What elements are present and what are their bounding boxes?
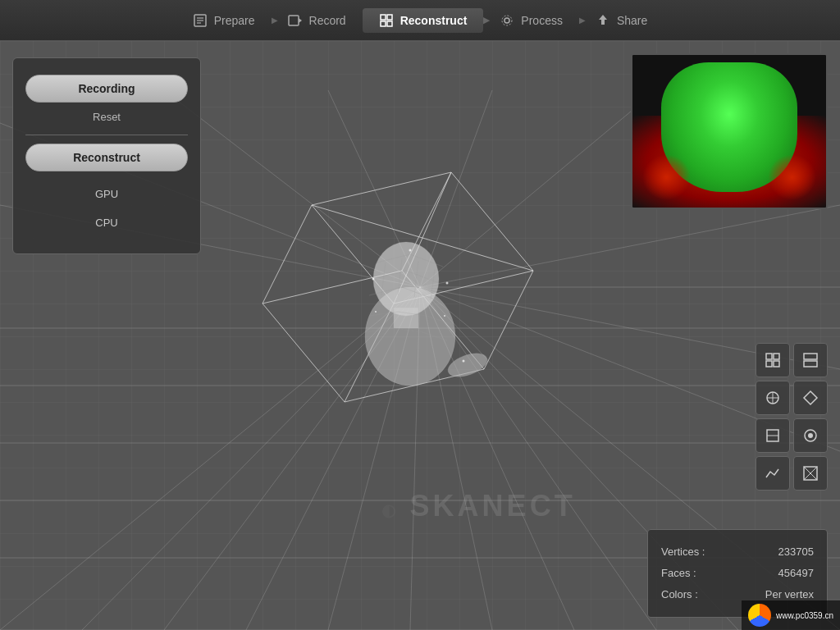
svg-point-11 — [502, 16, 512, 25]
svg-rect-8 — [381, 21, 386, 26]
view-icon-4 — [802, 390, 819, 406]
svg-rect-62 — [804, 354, 817, 359]
svg-rect-6 — [381, 15, 386, 20]
toolbar-btn-5[interactable] — [756, 418, 790, 453]
svg-rect-4 — [289, 16, 299, 25]
vertices-value: 233705 — [778, 541, 814, 563]
svg-rect-9 — [387, 21, 392, 26]
process-icon — [500, 13, 514, 28]
red-left — [642, 154, 691, 200]
svg-rect-50 — [394, 308, 418, 328]
reset-label[interactable]: Reset — [25, 111, 188, 123]
svg-rect-58 — [766, 354, 772, 359]
left-panel: Recording Reset Reconstruct GPU CPU — [12, 57, 201, 254]
right-toolbar — [756, 343, 828, 491]
svg-point-55 — [375, 311, 377, 313]
prepare-icon — [193, 13, 208, 28]
svg-point-53 — [446, 282, 449, 285]
toolbar-btn-4[interactable] — [793, 381, 828, 415]
svg-rect-61 — [774, 361, 779, 367]
nav-share[interactable]: Share — [579, 8, 664, 33]
mesh-object — [287, 205, 533, 410]
vertices-row: Vertices : 233705 — [661, 541, 814, 563]
svg-point-49 — [373, 242, 439, 316]
face-preview-image — [632, 55, 826, 208]
faces-label: Faces : — [661, 563, 696, 584]
panel-divider — [25, 135, 188, 135]
nav-record[interactable]: Record — [272, 8, 363, 33]
top-navigation: Prepare Record Reconstruct Process Share — [0, 0, 840, 41]
reconstruct-button[interactable]: Reconstruct — [25, 144, 188, 171]
recording-button[interactable]: Recording — [25, 75, 188, 103]
view-icon-6 — [802, 427, 819, 444]
svg-rect-7 — [387, 15, 392, 20]
copyright-overlay: www.pc0359.cn — [742, 600, 840, 630]
copyright-text: www.pc0359.cn — [776, 611, 833, 620]
faces-row: Faces : 456497 — [661, 563, 814, 584]
toolbar-btn-6[interactable] — [793, 418, 828, 453]
nav-reconstruct[interactable]: Reconstruct — [363, 8, 484, 33]
svg-point-70 — [808, 433, 813, 438]
cpu-option[interactable]: CPU — [25, 208, 188, 237]
view-icon-5 — [765, 427, 781, 444]
reconstruct-icon — [379, 13, 394, 28]
toolbar-btn-8[interactable] — [793, 456, 828, 491]
share-icon — [596, 13, 610, 28]
svg-point-57 — [463, 360, 465, 363]
view-icon-3 — [765, 390, 781, 406]
view-icon-1 — [765, 352, 781, 368]
svg-point-52 — [372, 278, 375, 281]
toolbar-btn-2[interactable] — [793, 343, 828, 377]
vertices-label: Vertices : — [661, 541, 705, 563]
toolbar-btn-3[interactable] — [756, 381, 790, 415]
toolbar-btn-1[interactable] — [756, 343, 790, 377]
svg-point-56 — [444, 315, 445, 317]
view-icon-7 — [765, 465, 781, 482]
svg-rect-63 — [804, 361, 817, 367]
svg-marker-5 — [299, 18, 302, 23]
toolbar-btn-7[interactable] — [756, 456, 790, 491]
copyright-logo — [748, 604, 771, 627]
record-icon — [288, 13, 303, 28]
view-icon-8 — [802, 465, 819, 482]
svg-point-54 — [409, 249, 412, 252]
nav-prepare[interactable]: Prepare — [176, 8, 272, 33]
gpu-option[interactable]: GPU — [25, 180, 188, 208]
view-icon-2 — [802, 352, 819, 368]
svg-point-10 — [504, 18, 509, 23]
color-label: Colors : — [661, 584, 698, 605]
nav-process[interactable]: Process — [483, 8, 579, 33]
preview-panel — [631, 53, 828, 209]
faces-value: 456497 — [778, 563, 814, 584]
red-right — [768, 154, 816, 200]
main-viewport: Recording Reset Reconstruct GPU CPU ◐ SK… — [0, 41, 840, 630]
svg-rect-60 — [766, 361, 772, 367]
svg-rect-59 — [774, 354, 779, 359]
